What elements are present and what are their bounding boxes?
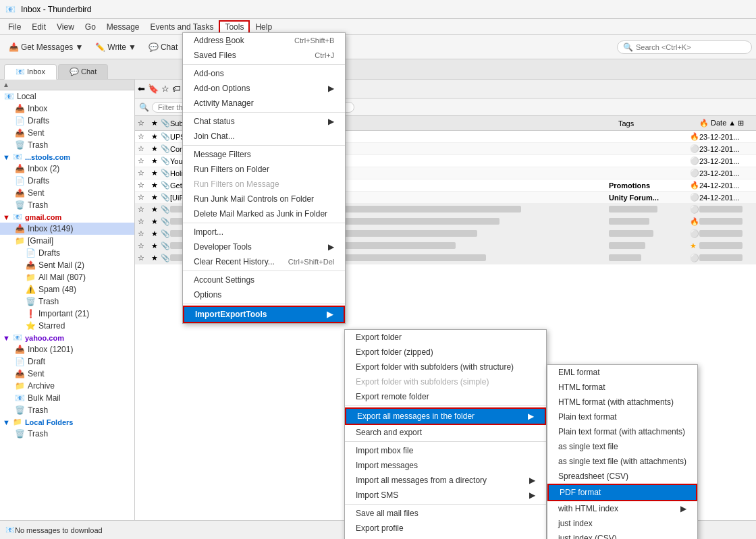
- sidebar-item-sent-local[interactable]: 📤 Sent: [0, 127, 134, 139]
- sidebar-collapse[interactable]: ▲: [0, 80, 134, 90]
- sidebar-item-trash-stools[interactable]: 🗑️ Trash: [0, 199, 134, 211]
- chat-button[interactable]: 💬 Chat: [144, 40, 182, 55]
- sidebar-account-gmail[interactable]: ▼ 📧 gmail.com: [0, 211, 134, 223]
- menu-events[interactable]: Events and Tasks: [145, 21, 219, 33]
- filter-input[interactable]: [152, 102, 354, 113]
- tab-chat[interactable]: 💬 Chat: [58, 64, 108, 79]
- download-icon: 📧: [5, 526, 15, 534]
- table-row[interactable]: ☆ ★ 📎 🔥: [135, 216, 756, 228]
- sidebar-item-allmail-gmail[interactable]: 📁 All Mail (807): [0, 271, 134, 283]
- account-icon-stools: 📧: [13, 152, 22, 161]
- sidebar-item-sent-stools[interactable]: 📤 Sent: [0, 187, 134, 199]
- search-icon: 🔍: [623, 42, 633, 52]
- sidebar-item-trash-gmail[interactable]: 🗑️ Trash: [0, 295, 134, 308]
- filter-icon: 🔍: [139, 103, 149, 112]
- sidebar-item-inbox-local[interactable]: 📥 Inbox: [0, 103, 134, 115]
- sidebar-account-localfolders[interactable]: ▼ 📁 Local Folders: [0, 416, 134, 428]
- table-row[interactable]: ☆ ★ 📎 ⚪: [135, 228, 756, 240]
- chat-icon: 💬: [148, 42, 159, 52]
- title-bar-text: Inbox - Thunderbird: [21, 5, 92, 14]
- table-row[interactable]: ☆ ★ 📎 ★: [135, 240, 756, 252]
- back-icon[interactable]: ⬅: [138, 84, 145, 94]
- tab-inbox[interactable]: 📧 Inbox: [4, 64, 57, 80]
- account-icon: 📧: [4, 92, 14, 101]
- sidebar-item-drafts-local[interactable]: 📄 Drafts: [0, 115, 134, 127]
- sidebar-item-trash-localfolders[interactable]: 🗑️ Trash: [0, 428, 134, 440]
- sidebar-item-sent-gmail[interactable]: 📤 Sent Mail (2): [0, 259, 134, 271]
- table-row[interactable]: ☆ ★ 📎 UPS... 🔥 23-12-201...: [135, 131, 756, 143]
- table-row[interactable]: ☆ ★ 📎 ⚪: [135, 204, 756, 216]
- star-col: ☆: [138, 119, 151, 127]
- message-list: ☆ ★ 📎 UPS... 🔥 23-12-201... ☆ ★ 📎 Con...…: [135, 131, 756, 520]
- menu-edit[interactable]: Edit: [26, 21, 51, 33]
- sidebar-item-drafts-stools[interactable]: 📄 Drafts: [0, 175, 134, 187]
- sidebar-item-gmail-folder[interactable]: 📁 [Gmail]: [0, 235, 134, 247]
- account-collapse-icon: ▼: [3, 153, 10, 161]
- attachment-col: 📎: [161, 119, 170, 127]
- get-messages-dropdown-icon[interactable]: ▼: [75, 42, 83, 52]
- sidebar: ▲ 📧 Local 📥 Inbox 📄 Drafts 📤 Sent 🗑️ Tra…: [0, 80, 135, 520]
- table-row[interactable]: ☆ ★ 📎 Holi... ⚪ 23-12-201...: [135, 167, 756, 179]
- table-row[interactable]: ☆ ★ 📎 Get... Promotions 🔥 24-12-201...: [135, 179, 756, 192]
- main-layout: ▲ 📧 Local 📥 Inbox 📄 Drafts 📤 Sent 🗑️ Tra…: [0, 80, 756, 520]
- write-dropdown-icon[interactable]: ▼: [128, 42, 136, 52]
- menu-go[interactable]: Go: [80, 21, 101, 33]
- menu-help[interactable]: Help: [250, 21, 277, 33]
- account-icon-gmail: 📧: [13, 212, 22, 221]
- sidebar-item-bulkmail-yahoo[interactable]: 📧 Bulk Mail: [0, 392, 134, 404]
- date-col[interactable]: 🔥 Date ▲ ⊞: [699, 119, 753, 127]
- sidebar-item-important-gmail[interactable]: ❗ Important (21): [0, 308, 134, 320]
- sidebar-item-drafts-gmail[interactable]: 📄 Drafts: [0, 247, 134, 259]
- tab-bar: 📧 Inbox 💬 Chat: [0, 59, 756, 80]
- sidebar-account-yahoo[interactable]: ▼ 📧 yahoo.com: [0, 332, 134, 343]
- title-bar: 📧 Inbox - Thunderbird: [0, 0, 756, 19]
- status-bar: 📧 No messages to download: [0, 520, 756, 539]
- app-icon: 📧: [5, 5, 16, 14]
- table-row[interactable]: ☆ ★ 📎 Con... ⚪ 23-12-201...: [135, 143, 756, 155]
- account-icon-yahoo: 📧: [13, 333, 22, 342]
- star-toolbar-icon[interactable]: ☆: [161, 84, 169, 94]
- sidebar-item-sent-yahoo[interactable]: 📤 Sent: [0, 368, 134, 380]
- sidebar-item-trash-yahoo[interactable]: 🗑️ Trash: [0, 404, 134, 416]
- toolbar-divider: [187, 39, 188, 55]
- flag-col: ★: [151, 119, 161, 127]
- status-text: No messages to download: [15, 526, 103, 534]
- contacts-icon: 👥: [197, 42, 207, 52]
- menu-tools[interactable]: Tools: [219, 20, 250, 34]
- menu-view[interactable]: View: [51, 21, 80, 33]
- account-collapse-icon-gmail: ▼: [3, 213, 10, 221]
- sidebar-item-starred-gmail[interactable]: ⭐ Starred: [0, 320, 134, 332]
- write-button[interactable]: ✏️ Write ▼: [90, 40, 141, 55]
- subject-label: Subje...: [200, 84, 227, 94]
- table-row[interactable]: ☆ ★ 📎 You'... ⚪ 23-12-201...: [135, 155, 756, 167]
- sidebar-item-inbox-gmail[interactable]: 📥 Inbox (3149): [0, 223, 134, 235]
- menu-bar: File Edit View Go Message Events and Tas…: [0, 19, 756, 35]
- get-messages-button[interactable]: 📥 Get Messages ▼: [4, 40, 88, 55]
- sidebar-item-archive-yahoo[interactable]: 📁 Archive: [0, 380, 134, 392]
- sidebar-item-spam-gmail[interactable]: ⚠️ Spam (48): [0, 283, 134, 295]
- tag-icon[interactable]: 🏷: [172, 84, 181, 94]
- sidebar-account-local[interactable]: 📧 Local: [0, 90, 134, 103]
- menu-file[interactable]: File: [3, 21, 26, 33]
- sidebar-item-inbox-stools[interactable]: 📥 Inbox (2): [0, 163, 134, 175]
- contacts-button[interactable]: 👥: [192, 40, 212, 55]
- sidebar-item-trash-local[interactable]: 🗑️ Trash: [0, 139, 134, 151]
- menu-message[interactable]: Message: [101, 21, 145, 33]
- sidebar-item-draft-yahoo[interactable]: 📄 Draft: [0, 356, 134, 368]
- sidebar-item-inbox-yahoo[interactable]: 📥 Inbox (1201): [0, 343, 134, 356]
- table-row[interactable]: ☆ ★ 📎 ⚪: [135, 252, 756, 264]
- message-area: ⬅ 🔖 ☆ 🏷 📎 Subje... 🔍 ☆ ★ 📎 Subject ▲ Tag…: [135, 80, 756, 520]
- account-collapse-icon-yahoo: ▼: [3, 334, 10, 342]
- search-bar[interactable]: 🔍: [617, 40, 752, 54]
- table-row[interactable]: ☆ ★ 📎 [UiP... Unity Forum... ⚪ 24-12-201…: [135, 192, 756, 204]
- search-input[interactable]: [636, 43, 744, 51]
- account-collapse-icon-localfolders: ▼: [3, 418, 10, 426]
- write-icon: ✏️: [95, 42, 105, 52]
- tags-col: Tags: [618, 119, 699, 127]
- toolbar: 📥 Get Messages ▼ ✏️ Write ▼ 💬 Chat 👥 🔍: [0, 35, 756, 59]
- get-messages-icon: 📥: [9, 42, 19, 52]
- subject-col[interactable]: Subject ▲: [170, 119, 618, 127]
- bookmark-icon[interactable]: 🔖: [148, 84, 159, 94]
- sidebar-account-stools[interactable]: ▼ 📧 ...stools.com: [0, 151, 134, 163]
- attachment-icon[interactable]: 📎: [184, 84, 194, 94]
